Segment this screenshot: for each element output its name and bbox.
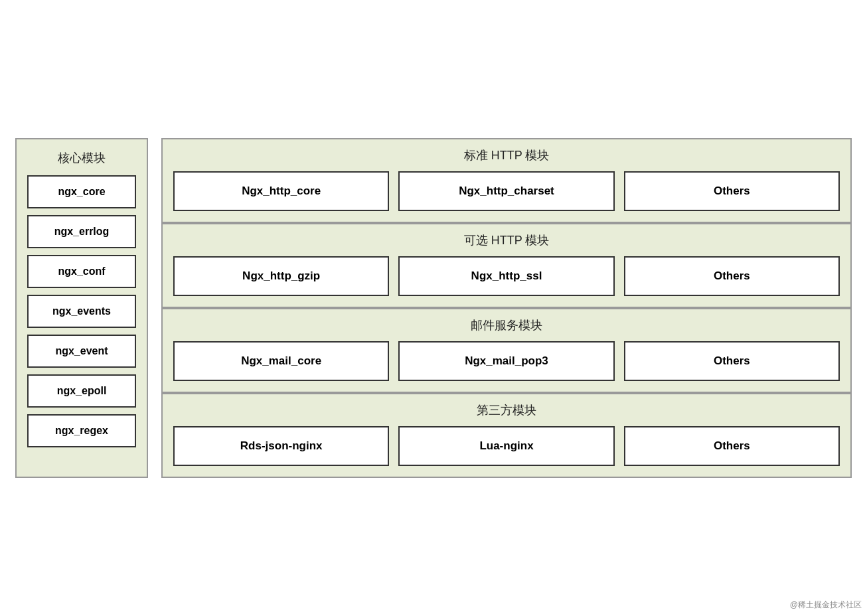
module-row-0: Ngx_http_coreNgx_http_charsetOthers	[173, 171, 840, 211]
module-box-3-2: Others	[624, 426, 840, 466]
module-group-0: 标准 HTTP 模块Ngx_http_coreNgx_http_charsetO…	[161, 138, 852, 223]
module-row-1: Ngx_http_gzipNgx_http_sslOthers	[173, 256, 840, 296]
module-row-3: Rds-json-nginxLua-nginxOthers	[173, 426, 840, 466]
module-box-0-1: Ngx_http_charset	[398, 171, 614, 211]
left-column-title: 核心模块	[27, 150, 136, 166]
module-group-title-1: 可选 HTTP 模块	[173, 232, 840, 248]
module-group-title-0: 标准 HTTP 模块	[173, 147, 840, 163]
module-box-2-0: Ngx_mail_core	[173, 341, 389, 381]
core-modules-container: ngx_corengx_errlogngx_confngx_eventsngx_…	[27, 175, 136, 447]
module-group-2: 邮件服务模块Ngx_mail_coreNgx_mail_pop3Others	[161, 308, 852, 393]
module-box-1-0: Ngx_http_gzip	[173, 256, 389, 296]
module-row-2: Ngx_mail_coreNgx_mail_pop3Others	[173, 341, 840, 381]
left-column: 核心模块 ngx_corengx_errlogngx_confngx_event…	[15, 138, 148, 478]
module-box-3-1: Lua-nginx	[398, 426, 614, 466]
module-box-1-2: Others	[624, 256, 840, 296]
main-container: 核心模块 ngx_corengx_errlogngx_confngx_event…	[15, 138, 852, 478]
watermark: @稀土掘金技术社区	[790, 599, 862, 611]
module-group-title-3: 第三方模块	[173, 402, 840, 418]
module-box-3-0: Rds-json-nginx	[173, 426, 389, 466]
module-groups-container: 标准 HTTP 模块Ngx_http_coreNgx_http_charsetO…	[161, 138, 852, 478]
core-module-box-0: ngx_core	[27, 175, 136, 208]
module-box-2-2: Others	[624, 341, 840, 381]
right-column: 标准 HTTP 模块Ngx_http_coreNgx_http_charsetO…	[161, 138, 852, 478]
module-group-title-2: 邮件服务模块	[173, 317, 840, 333]
core-module-box-1: ngx_errlog	[27, 215, 136, 248]
module-box-2-1: Ngx_mail_pop3	[398, 341, 614, 381]
core-module-box-5: ngx_epoll	[27, 374, 136, 408]
module-box-0-2: Others	[624, 171, 840, 211]
core-module-box-6: ngx_regex	[27, 414, 136, 447]
core-module-box-2: ngx_conf	[27, 255, 136, 288]
module-group-3: 第三方模块Rds-json-nginxLua-nginxOthers	[161, 393, 852, 478]
module-box-0-0: Ngx_http_core	[173, 171, 389, 211]
module-group-1: 可选 HTTP 模块Ngx_http_gzipNgx_http_sslOther…	[161, 223, 852, 308]
core-module-box-3: ngx_events	[27, 295, 136, 328]
core-module-box-4: ngx_event	[27, 335, 136, 368]
module-box-1-1: Ngx_http_ssl	[398, 256, 614, 296]
